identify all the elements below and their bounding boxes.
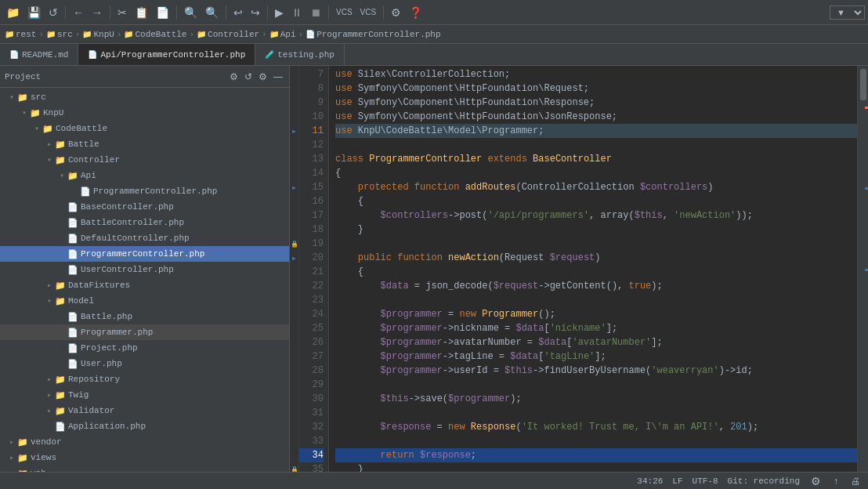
toggle-controller[interactable]: ▾ (44, 155, 55, 165)
toggle-datafixtures[interactable]: ▸ (44, 281, 55, 290)
sidebar-item-default-controller[interactable]: 📄 DefaultController.php (0, 230, 289, 246)
toolbar-undo-btn[interactable]: ↩ (230, 5, 246, 20)
toolbar-vcs-btn[interactable]: VCS (333, 6, 356, 18)
toolbar-dropdown[interactable]: ▼ (830, 5, 865, 20)
sidebar-item-programmer-php[interactable]: 📄 Programmer.php (0, 324, 289, 340)
code-content[interactable]: use Silex\ControllerCollection; use Symf… (329, 66, 857, 472)
toolbar-back-btn[interactable]: ← (70, 5, 87, 20)
toggle-api[interactable]: ▾ (56, 171, 67, 180)
sidebar-item-user-controller[interactable]: 📄 UserController.php (0, 262, 289, 277)
code-line-10: use Symfony\Component\HttpFoundation\Jso… (335, 110, 857, 124)
sidebar-item-base-controller[interactable]: 📄 BaseController.php (0, 199, 289, 215)
gutter-line-9 (290, 96, 298, 110)
sidebar-item-api[interactable]: ▾ 📁 Api (0, 168, 289, 183)
bc-api[interactable]: 📁 Api (269, 30, 296, 39)
sidebar-item-controller-label: Controller (68, 155, 120, 165)
bc-knpu[interactable]: 📁 KnpU (82, 30, 114, 39)
sidebar-sync-btn[interactable]: ↺ (243, 70, 254, 84)
line-num-34: 34 (299, 448, 324, 462)
sidebar-gear-btn[interactable]: ⚙ (257, 70, 269, 84)
sidebar-item-project-php[interactable]: 📄 Project.php (0, 340, 289, 356)
gutter-line-17 (290, 208, 298, 223)
toggle-vendor[interactable]: ▸ (6, 437, 17, 447)
tab-testing[interactable]: 🧪 testing.php (255, 44, 345, 65)
line-num-25: 25 (299, 321, 324, 335)
toolbar-vcs2-btn[interactable]: VCS (357, 6, 380, 18)
sidebar-item-model[interactable]: ▾ 📁 Model (0, 293, 289, 309)
status-print-btn[interactable]: 🖨 (849, 474, 862, 488)
sidebar-item-repository[interactable]: ▸ 📁 Repository (0, 371, 289, 387)
sidebar-settings-btn[interactable]: ⚙ (228, 70, 240, 84)
toggle-src[interactable]: ▾ (6, 92, 17, 102)
sidebar-item-views[interactable]: ▸ 📁 views (0, 450, 289, 465)
toolbar-paste-btn[interactable]: 📄 (153, 5, 172, 20)
bc-file[interactable]: 📄 ProgrammerController.php (306, 30, 440, 39)
bc-codebattle[interactable]: 📁 CodeBattle (124, 30, 186, 39)
toolbar-cut-btn[interactable]: ✂ (114, 5, 130, 20)
toolbar-help-btn[interactable]: ❓ (406, 5, 425, 20)
sidebar-item-user-php[interactable]: 📄 User.php (0, 356, 289, 371)
toolbar-sync-btn[interactable]: ↺ (45, 5, 61, 20)
gutter-line-33 (290, 434, 298, 448)
toggle-model[interactable]: ▾ (44, 296, 55, 306)
sidebar-item-web[interactable]: ▸ 📁 web (0, 465, 289, 472)
code-line-13: class ProgrammerController extends BaseC… (335, 152, 857, 166)
sidebar-minus-btn[interactable]: — (272, 70, 284, 84)
bc-controller[interactable]: 📁 Controller (197, 30, 259, 39)
toolbar: 📁 💾 ↺ ← → ✂ 📋 📄 🔍 🔍 ↩ ↪ ▶ ⏸ ⏹ VCS VCS ⚙ … (0, 0, 868, 25)
folder-icon: 📁 (55, 139, 66, 150)
toggle-battle[interactable]: ▸ (44, 139, 55, 149)
sidebar-item-programmer-controller-api[interactable]: 📄 ProgrammerController.php (0, 183, 289, 199)
tab-testing-label: testing.php (277, 50, 335, 60)
sidebar-item-battle[interactable]: ▸ 📁 Battle (0, 136, 289, 152)
gutter-line-25 (290, 321, 298, 335)
breakpoint-arrow-20: ▶ (292, 255, 296, 262)
line-num-27: 27 (299, 350, 324, 364)
toolbar-sep-7 (383, 5, 384, 20)
toolbar-save-btn[interactable]: 💾 (24, 5, 44, 20)
toggle-validator[interactable]: ▸ (44, 406, 55, 415)
toolbar-pause-btn[interactable]: ⏸ (288, 5, 306, 20)
toggle-views[interactable]: ▸ (6, 453, 17, 462)
toolbar-open-btn[interactable]: 📁 (3, 5, 23, 20)
toolbar-findreplace-btn[interactable]: 🔍 (202, 5, 222, 20)
toggle-codebattle[interactable]: ▾ (31, 124, 42, 133)
sidebar-item-default-controller-label: DefaultController.php (81, 234, 190, 243)
sidebar-item-programmer-controller[interactable]: 📄 ProgrammerController.php (0, 246, 289, 262)
editor-scrollbar[interactable] (857, 66, 868, 472)
sidebar-item-twig[interactable]: ▸ 📁 Twig (0, 387, 289, 403)
sidebar-item-src[interactable]: ▾ 📁 src (0, 89, 289, 105)
bc-rest[interactable]: 📁 rest (5, 30, 36, 39)
toolbar-redo-btn[interactable]: ↪ (248, 5, 263, 20)
sidebar-item-battle-php[interactable]: 📄 Battle.php (0, 309, 289, 324)
sidebar-item-codebattle[interactable]: ▾ 📁 CodeBattle (0, 121, 289, 136)
sidebar-item-application-php[interactable]: 📄 Application.php (0, 418, 289, 434)
toggle-repository[interactable]: ▸ (44, 375, 55, 384)
tab-readme[interactable]: 📄 README.md (0, 44, 78, 65)
line-num-8: 8 (299, 82, 324, 96)
toolbar-settings-btn[interactable]: ⚙ (388, 5, 404, 20)
code-line-22: $data = json_decode($request->getContent… (335, 279, 857, 293)
line-num-13: 13 (299, 152, 324, 166)
sidebar-item-battle-controller[interactable]: 📄 BattleController.php (0, 215, 289, 230)
sidebar-item-knpu[interactable]: ▾ 📁 KnpU (0, 105, 289, 121)
status-expand-btn[interactable]: ↑ (832, 474, 840, 488)
toggle-knpu[interactable]: ▾ (19, 108, 30, 118)
sidebar-item-controller[interactable]: ▾ 📁 Controller (0, 152, 289, 168)
toolbar-find-btn[interactable]: 🔍 (181, 5, 201, 20)
file-php-icon: 📄 (67, 359, 78, 369)
tab-programmer-controller[interactable]: 📄 Api/ProgrammerController.php (78, 44, 255, 65)
sidebar-item-vendor[interactable]: ▸ 📁 vendor (0, 434, 289, 450)
status-settings-btn[interactable]: ⚙ (809, 473, 823, 489)
toolbar-run-btn[interactable]: ▶ (272, 5, 287, 20)
sidebar-item-datafixtures[interactable]: ▸ 📁 DataFixtures (0, 277, 289, 293)
status-position: 34:26 (637, 476, 663, 486)
bc-src[interactable]: 📁 src (46, 30, 73, 39)
toolbar-stop-btn[interactable]: ⏹ (307, 5, 324, 20)
file-php-icon: 📄 (55, 422, 66, 432)
toggle-twig[interactable]: ▸ (44, 390, 55, 400)
sidebar-item-validator[interactable]: ▸ 📁 Validator (0, 403, 289, 418)
toolbar-copy-btn[interactable]: 📋 (132, 5, 151, 20)
toolbar-forward-btn[interactable]: → (89, 5, 106, 20)
gutter-line-7 (290, 67, 298, 82)
